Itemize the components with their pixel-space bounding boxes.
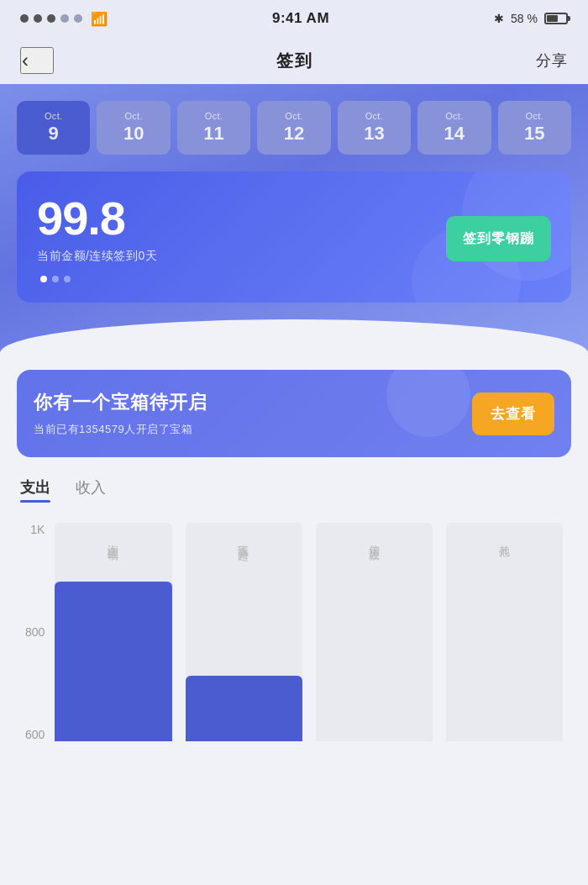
treasure-sub: 当前已有1354579人开启了宝箱 — [34, 422, 207, 437]
calendar-strip: Oct.9Oct.10Oct.11Oct.12Oct.13Oct.14Oct.1… — [17, 101, 571, 155]
battery — [544, 13, 568, 24]
bar-label-0: 淘宝购物 — [105, 536, 122, 543]
bar-label-2: 信用还款 — [366, 536, 383, 543]
balance-amount: 99.8 — [37, 195, 157, 242]
tab-收入[interactable]: 收入 — [76, 477, 106, 503]
page-title: 签到 — [276, 50, 313, 72]
top-nav: ‹ 签到 分享 — [0, 37, 588, 84]
y-axis: 1K800600 — [25, 523, 45, 741]
dot-indicator-0 — [40, 276, 47, 282]
dots-indicator — [37, 276, 157, 282]
bluetooth-icon: ✱ — [494, 12, 504, 25]
battery-pct: 58 % — [511, 12, 538, 25]
bar-bg-2: 信用还款 — [316, 523, 433, 741]
dot-indicator-1 — [52, 276, 59, 282]
treasure-left: 你有一个宝箱待开启 当前已有1354579人开启了宝箱 — [34, 390, 207, 437]
bar-bg-3: 其他 — [446, 523, 563, 741]
calendar-day-13[interactable]: Oct.13 — [338, 101, 411, 155]
status-left: 📶 — [20, 11, 108, 27]
tabs-row: 支出收入 — [17, 477, 571, 503]
dot3 — [47, 14, 55, 23]
bar-group-1: 线下商超 — [186, 523, 302, 741]
y-label: 600 — [25, 728, 45, 741]
bar-group-2: 信用还款 — [316, 523, 433, 741]
checkin-button[interactable]: 签到零钢蹦 — [446, 216, 551, 261]
status-time: 9:41 AM — [272, 10, 329, 27]
go-look-button[interactable]: 去查看 — [472, 392, 554, 435]
bar-bg-1: 线下商超 — [186, 523, 302, 741]
y-label: 1K — [25, 523, 45, 536]
wifi-icon: 📶 — [91, 11, 108, 27]
treasure-banner: 你有一个宝箱待开启 当前已有1354579人开启了宝箱 去查看 — [17, 370, 571, 457]
dot2 — [34, 14, 42, 23]
calendar-day-10[interactable]: Oct.10 — [97, 101, 170, 155]
tab-支出[interactable]: 支出 — [20, 477, 50, 503]
dot5 — [74, 14, 82, 23]
content-area: 你有一个宝箱待开启 当前已有1354579人开启了宝箱 去查看 支出收入 1K8… — [0, 353, 588, 741]
main-card: 99.8 当前金额/连续签到0天 签到零钢蹦 — [17, 171, 571, 303]
card-left: 99.8 当前金额/连续签到0天 — [37, 195, 157, 282]
status-bar: 📶 9:41 AM ✱ 58 % — [0, 0, 588, 37]
dot1 — [20, 14, 29, 23]
bar-fill-1 — [186, 676, 302, 741]
bar-fill-0 — [55, 582, 171, 741]
calendar-day-14[interactable]: Oct.14 — [417, 101, 491, 155]
back-button[interactable]: ‹ — [20, 47, 54, 74]
bar-label-3: 其他 — [496, 536, 513, 540]
balance-sub: 当前金额/连续签到0天 — [37, 249, 157, 264]
hero-section: Oct.9Oct.10Oct.11Oct.12Oct.13Oct.14Oct.1… — [0, 84, 588, 353]
y-label: 800 — [25, 625, 45, 639]
bar-bg-0: 淘宝购物 — [55, 523, 171, 741]
calendar-day-9[interactable]: Oct.9 — [17, 101, 90, 155]
calendar-day-15[interactable]: Oct.15 — [498, 101, 571, 155]
chart-area: 1K800600 淘宝购物线下商超信用还款其他 — [17, 523, 571, 741]
treasure-title: 你有一个宝箱待开启 — [34, 390, 207, 415]
calendar-day-11[interactable]: Oct.11 — [177, 101, 250, 155]
bar-group-0: 淘宝购物 — [55, 523, 171, 741]
bar-group-3: 其他 — [446, 523, 563, 741]
status-right: ✱ 58 % — [494, 12, 568, 25]
bar-label-1: 线下商超 — [235, 536, 252, 543]
share-button[interactable]: 分享 — [536, 50, 568, 71]
bars-container: 淘宝购物线下商超信用还款其他 — [55, 523, 563, 741]
calendar-day-12[interactable]: Oct.12 — [257, 101, 330, 155]
dot-indicator-2 — [64, 276, 71, 282]
dot4 — [60, 14, 69, 23]
